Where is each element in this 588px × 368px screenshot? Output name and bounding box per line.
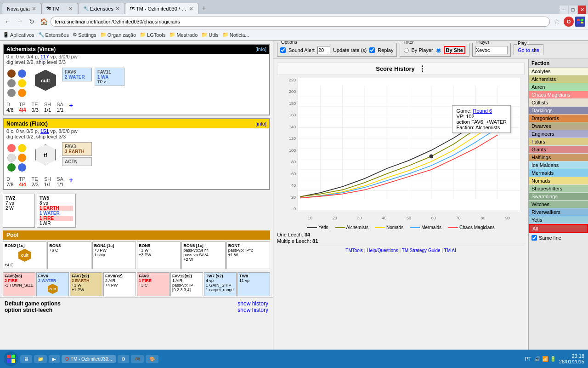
maximize-button[interactable]: □	[569, 6, 577, 14]
sound-alert-checkbox[interactable]	[280, 47, 286, 53]
tooltip-round-link[interactable]: Round 6	[473, 108, 492, 114]
tab-close-tm[interactable]: ✕	[68, 6, 73, 12]
minimize-button[interactable]: ─	[560, 6, 568, 14]
nomads-stats-row: D 7/8 TP 4/4 TE 2/3 SH 1/1 SA 1/1	[4, 175, 269, 189]
close-button[interactable]: ✕	[578, 6, 586, 14]
nomads-vp[interactable]: 151	[40, 128, 49, 134]
faction-dwarves[interactable]: Dwarves	[529, 122, 588, 130]
alchemists-plus[interactable]: +	[69, 102, 73, 109]
bookmark-star[interactable]: ☆	[552, 17, 562, 27]
tab-extensoes[interactable]: 🔧 Extensões ✕	[78, 3, 125, 14]
faction-riverwalkers[interactable]: Riverwalkers	[529, 208, 588, 216]
faction-mermaids[interactable]: Mermaids	[529, 169, 588, 177]
tmtools-link[interactable]: TMTools	[345, 248, 363, 253]
bon3: BON3 +6 C	[47, 242, 91, 269]
nomads-plus[interactable]: +	[69, 176, 73, 184]
tab-close-nova-guia[interactable]: ✕	[32, 6, 36, 12]
tw8: TW8 11 vp	[237, 272, 270, 296]
faction-shapeshifters[interactable]: Shapeshifters	[529, 185, 588, 193]
options-group: Options Sound Alert Update rate (s) Repl…	[277, 43, 397, 57]
reload-button[interactable]: ↻	[27, 17, 37, 27]
faction-witches[interactable]: Witches	[529, 201, 588, 208]
bookmark-lgtools[interactable]: 📁 LGTools	[140, 32, 165, 38]
faction-acolytes[interactable]: Acolytes	[529, 68, 588, 75]
nomads-info-link[interactable]: [info]	[255, 121, 266, 126]
bookmark-aplicativos[interactable]: 📱 Aplicativos	[3, 32, 34, 38]
update-rate-input[interactable]	[317, 46, 330, 54]
bon6: BON6 [1c] pass-vp:SH*4 pass-vp:SA*4 +2 W	[181, 242, 225, 269]
replay-checkbox[interactable]	[369, 47, 375, 53]
opera-button[interactable]: O	[564, 17, 574, 27]
map-tiles-area: TW2 7 vp 2 W TW5 8 vp 1 EARTH 1 WATER 1 …	[0, 193, 273, 229]
faction-engineers[interactable]: Engineers	[529, 130, 588, 138]
faction-darklings[interactable]: Darklings	[529, 107, 588, 115]
filter-by-player[interactable]	[404, 48, 409, 53]
show-history-2[interactable]: show history	[237, 307, 268, 313]
legend-mermaids: Mermaids	[410, 225, 441, 230]
address-bar[interactable]	[51, 17, 550, 27]
player-input[interactable]	[475, 46, 508, 54]
bookmark-extensoes[interactable]: 🔧 Extensões	[38, 32, 69, 38]
bookmark-organizacao[interactable]: 📁 Organização	[100, 32, 136, 38]
faction-chaos[interactable]: Chaos Magicians	[529, 91, 588, 99]
nomads-dig: dig level 0/2, ship level 3/3	[4, 134, 269, 140]
tab-tm-main[interactable]: 🗺 TM - Ozlimited030 / chao... ✕	[125, 3, 198, 14]
help-link[interactable]: Help/Questions	[367, 248, 398, 253]
bookmark-utils[interactable]: 📁 Utils	[201, 32, 218, 38]
extension-button[interactable]	[575, 17, 585, 27]
token-brown-1	[7, 69, 16, 78]
options-bar: Options Sound Alert Update rate (s) Repl…	[273, 41, 588, 59]
alchemists-vp[interactable]: 117	[40, 54, 49, 59]
taskbar-game[interactable]: 🎮	[131, 355, 144, 363]
faction-auren[interactable]: Auren	[529, 83, 588, 91]
tab-nova-guia[interactable]: Nova guia ✕	[2, 3, 41, 14]
svg-rect-20	[7, 355, 11, 358]
same-line-checkbox[interactable]	[531, 235, 537, 241]
taskbar-app-browser[interactable]: O TM - Ozlimited030...	[62, 355, 116, 363]
tab-tm[interactable]: 🗺 TM ✕	[41, 3, 78, 14]
faction-alchemists[interactable]: Alchemists	[529, 75, 588, 83]
taskbar: 🖥 📁 ▶ O TM - Ozlimited030... ⚙ 🎮 🎨 PT 🔊 …	[0, 350, 588, 368]
faction-cultists[interactable]: Cultists	[529, 99, 588, 107]
taskbar-steam[interactable]: ⚙	[118, 355, 129, 363]
faction-ice[interactable]: Ice Maidens	[529, 161, 588, 169]
taskbar-app-1[interactable]: 🖥	[20, 355, 32, 363]
cult-hex-alchemists: cult	[35, 70, 56, 91]
faction-yetis[interactable]: Yetis	[529, 216, 588, 224]
same-line-label: Same line	[539, 235, 561, 241]
faction-giants[interactable]: Giants	[529, 146, 588, 154]
bookmark-mestrado[interactable]: 📁 Mestrado	[169, 32, 198, 38]
token-orange-1	[18, 89, 26, 97]
player-group: Player	[472, 43, 511, 57]
taskbar-app-3[interactable]: ▶	[49, 355, 60, 363]
bon2: BON2 [1c] cult +4 C	[3, 242, 46, 269]
faction-halflings[interactable]: Halflings	[529, 154, 588, 161]
ai-link[interactable]: TM AI	[444, 248, 456, 253]
chart-menu-icon[interactable]: ⋮	[418, 64, 426, 73]
legend-yetis-color	[307, 227, 317, 228]
alchemists-info-link[interactable]: [info]	[255, 46, 266, 52]
bookmark-noticia[interactable]: 📁 Noticia...	[222, 32, 249, 38]
start-button[interactable]	[4, 351, 18, 366]
goto-site-link[interactable]: Go to site	[518, 47, 539, 53]
faction-swarmlings[interactable]: Swarmlings	[529, 193, 588, 201]
taskbar-paint[interactable]: 🎨	[146, 355, 158, 363]
faction-fakirs[interactable]: Fakirs	[529, 138, 588, 146]
tab-close-tm-main[interactable]: ✕	[189, 6, 193, 12]
home-button[interactable]: 🏠	[39, 17, 49, 27]
tab-close-extensoes[interactable]: ✕	[115, 6, 120, 12]
faction-all[interactable]: All	[529, 224, 588, 233]
faction-dragonlords[interactable]: Dragonlords	[529, 115, 588, 122]
faction-nomads[interactable]: Nomads	[529, 177, 588, 185]
fav7: FAV7(x2) 2 EARTH +1 W +1 PW	[70, 272, 102, 296]
statistics-header: Score History ⋮	[277, 63, 525, 75]
forward-button[interactable]: →	[15, 17, 25, 27]
back-button[interactable]: ←	[3, 17, 13, 27]
fav6-alchemists: FAV6 2 WATER	[62, 68, 92, 81]
strategy-link[interactable]: TM Strategy Guide	[402, 248, 441, 253]
filter-by-site[interactable]	[436, 48, 441, 53]
taskbar-app-2[interactable]: 📁	[34, 355, 47, 363]
new-tab-button[interactable]: +	[198, 3, 209, 14]
show-history-1[interactable]: show history	[237, 300, 268, 307]
bookmark-settings[interactable]: ⚙ Settings	[73, 32, 96, 38]
